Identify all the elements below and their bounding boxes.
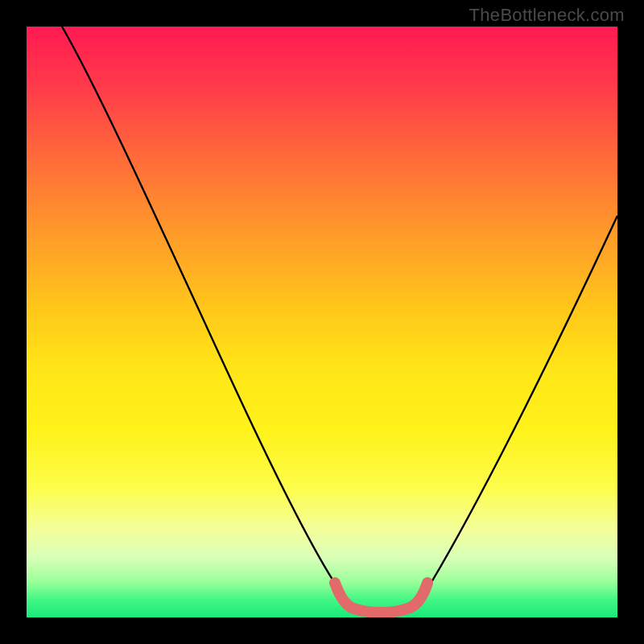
chart-frame: TheBottleneck.com bbox=[0, 0, 644, 644]
watermark-text: TheBottleneck.com bbox=[469, 5, 625, 26]
minimum-marker bbox=[335, 583, 427, 613]
plot-area bbox=[27, 27, 617, 617]
chart-svg bbox=[27, 27, 617, 617]
bottleneck-curve bbox=[62, 27, 617, 611]
